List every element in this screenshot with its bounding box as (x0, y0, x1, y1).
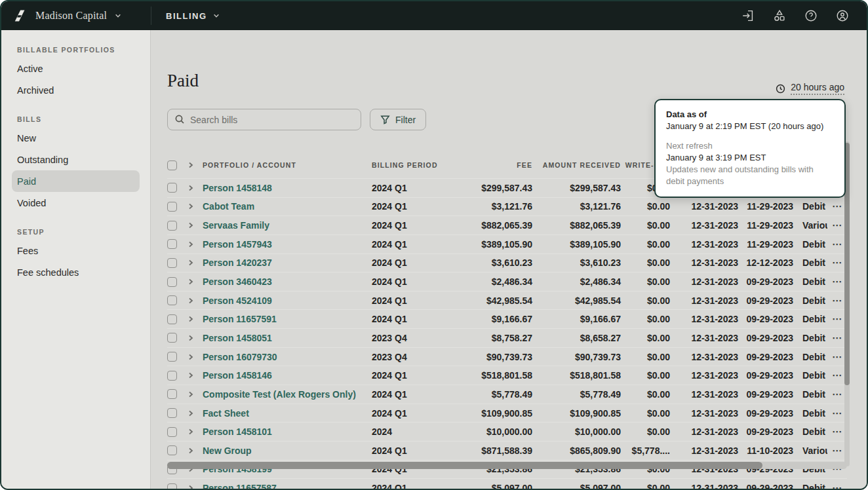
row-expand-chevron-icon[interactable] (187, 221, 195, 229)
account-icon[interactable] (835, 9, 850, 23)
row-checkbox-cell (167, 277, 180, 287)
portfolio-link[interactable]: Person 11657587 (203, 483, 277, 490)
portfolio-link[interactable]: Cabot Team (203, 201, 254, 212)
portfolio-link[interactable]: Person 1457943 (203, 239, 272, 250)
product-switcher[interactable]: BILLING (166, 11, 220, 21)
row-checkbox[interactable] (167, 202, 177, 212)
integrations-icon[interactable] (772, 9, 787, 23)
table-row: Person 14581462024 Q1$518,801.58$518,801… (167, 366, 847, 385)
row-expand-chevron-icon[interactable] (187, 353, 195, 361)
row-menu-button[interactable]: ⋯ (832, 445, 842, 456)
expand-all-chevron-icon[interactable] (187, 161, 195, 169)
row-checkbox[interactable] (167, 389, 177, 399)
import-icon[interactable] (741, 9, 755, 23)
portfolio-link[interactable]: Composite Test (Alex Rogers Only) (203, 389, 356, 400)
row-expand-chevron-icon[interactable] (187, 259, 195, 267)
sidebar-item-active[interactable]: Active (12, 58, 140, 79)
app-window: Madison Capital BILLING BILLABLE PORTFOL… (0, 0, 868, 490)
row-expand-chevron-icon[interactable] (187, 202, 195, 210)
row-menu-button[interactable]: ⋯ (832, 332, 842, 343)
row-expand-chevron-icon[interactable] (187, 240, 195, 248)
row-menu-button[interactable]: ⋯ (832, 369, 842, 381)
column-header-period[interactable]: BILLING PERIOD (372, 161, 457, 169)
row-checkbox[interactable] (167, 333, 177, 343)
horizontal-scrollbar-thumb[interactable] (167, 462, 762, 469)
row-checkbox[interactable] (167, 408, 177, 418)
horizontal-scrollbar-track[interactable] (167, 462, 847, 469)
portfolio-link[interactable]: Person 1458148 (203, 183, 272, 193)
portfolio-link[interactable]: Person 11657591 (203, 314, 277, 324)
row-expand-chevron-icon[interactable] (187, 278, 195, 286)
help-icon[interactable] (804, 9, 818, 23)
row-menu-button[interactable]: ⋯ (832, 238, 842, 250)
portfolio-link[interactable]: Person 1458051 (203, 333, 272, 343)
row-checkbox-cell (167, 258, 180, 268)
row-checkbox[interactable] (167, 295, 177, 305)
row-menu-button[interactable]: ⋯ (832, 388, 842, 400)
row-menu-button[interactable]: ⋯ (832, 257, 842, 268)
row-checkbox[interactable] (167, 258, 177, 268)
row-checkbox[interactable] (167, 239, 177, 249)
portfolio-link[interactable]: New Group (203, 445, 252, 456)
row-menu-button[interactable]: ⋯ (832, 219, 842, 231)
org-switcher[interactable]: Madison Capital (1, 1, 151, 30)
row-menu-button[interactable]: ⋯ (832, 426, 842, 437)
row-menu-button[interactable]: ⋯ (832, 276, 842, 287)
row-checkbox[interactable] (167, 314, 177, 324)
cell-received: $5,778.49 (532, 389, 621, 400)
portfolio-link[interactable]: Servaas Family (203, 220, 269, 231)
row-expand-chevron-icon[interactable] (187, 184, 195, 192)
row-checkbox-cell (167, 445, 180, 455)
cell-date-2: 11-29-2023 (738, 239, 793, 250)
sidebar-item-voided[interactable]: Voided (12, 192, 140, 214)
sidebar-item-new[interactable]: New (12, 127, 140, 149)
row-menu-button[interactable]: ⋯ (832, 351, 842, 362)
table-row: Person 45241092024 Q1$42,985.54$42,985.5… (167, 291, 847, 310)
row-expand-chevron-icon[interactable] (187, 447, 195, 455)
row-expand-chevron-icon[interactable] (187, 390, 195, 398)
row-checkbox[interactable] (167, 427, 177, 437)
row-menu-button[interactable]: ⋯ (832, 482, 842, 490)
portfolio-link[interactable]: Person 16079730 (203, 352, 277, 362)
row-expand-chevron-icon[interactable] (187, 484, 195, 490)
row-checkbox[interactable] (167, 352, 177, 362)
sidebar-item-paid[interactable]: Paid (12, 170, 140, 192)
row-checkbox[interactable] (167, 483, 177, 490)
row-menu-button[interactable]: ⋯ (832, 200, 842, 212)
row-expand-chevron-icon[interactable] (187, 315, 195, 323)
sidebar-section-label: SETUP (1, 228, 150, 236)
cell-write-off: $0.00 (621, 408, 670, 419)
row-expand-chevron-icon[interactable] (187, 297, 195, 305)
row-checkbox[interactable] (167, 183, 177, 193)
sidebar-item-fees[interactable]: Fees (12, 240, 140, 261)
portfolio-link[interactable]: Person 1420237 (203, 257, 272, 268)
sidebar-item-outstanding[interactable]: Outstanding (12, 149, 140, 170)
portfolio-link[interactable]: Person 1458146 (203, 370, 272, 381)
portfolio-link[interactable]: Person 1458101 (203, 426, 272, 437)
sidebar-item-archived[interactable]: Archived (12, 79, 140, 101)
row-menu-button[interactable]: ⋯ (832, 313, 842, 324)
row-checkbox[interactable] (167, 221, 177, 231)
row-menu-button[interactable]: ⋯ (832, 407, 842, 419)
row-expand-chevron-icon[interactable] (187, 371, 195, 379)
column-header-fee[interactable]: FEE (457, 161, 532, 169)
row-checkbox[interactable] (167, 371, 177, 381)
select-all-checkbox[interactable] (167, 160, 177, 170)
row-checkbox[interactable] (167, 445, 177, 455)
row-expand-chevron-icon[interactable] (187, 409, 195, 417)
cell-portfolio: Person 11657587 (203, 483, 372, 490)
portfolio-link[interactable]: Person 3460423 (203, 276, 272, 287)
column-header-portfolio[interactable]: PORTFOLIO / ACCOUNT (203, 161, 372, 169)
row-expand-chevron-icon[interactable] (187, 428, 195, 436)
row-checkbox[interactable] (167, 277, 177, 287)
row-expand-chevron-icon[interactable] (187, 334, 195, 342)
portfolio-link[interactable]: Fact Sheet (203, 408, 249, 419)
sidebar-item-fee-schedules[interactable]: Fee schedules (12, 261, 140, 283)
cell-period: 2024 Q1 (372, 183, 457, 193)
row-menu-button[interactable]: ⋯ (832, 295, 842, 306)
column-header-received[interactable]: AMOUNT RECEIVED (532, 161, 621, 169)
cell-payment: Debit (793, 426, 827, 437)
cell-date-1: 12-31-2023 (670, 257, 738, 268)
table-row: Servaas Family2024 Q1$882,065.39$882,065… (167, 216, 847, 235)
portfolio-link[interactable]: Person 4524109 (203, 295, 272, 306)
